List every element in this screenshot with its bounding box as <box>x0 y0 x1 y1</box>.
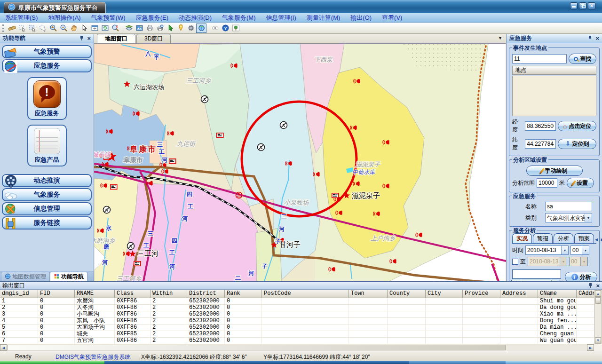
menu-map-operation[interactable]: 地图操作(A) <box>43 14 86 22</box>
table-row[interactable]: 20大冬沟0XFF8626523020000Da dong gou <box>0 305 594 311</box>
toolbar-globe-tool-icon[interactable] <box>196 24 206 33</box>
column-header[interactable]: Rank <box>225 290 262 298</box>
monitor-station-marker[interactable] <box>103 206 111 214</box>
toolbar-print-preview-icon[interactable] <box>155 24 165 33</box>
menu-view[interactable]: 查看(V) <box>377 14 407 22</box>
column-header[interactable]: Town <box>349 290 388 298</box>
map-tab-dropdown-icon[interactable]: ▼ <box>498 36 502 40</box>
location-list[interactable] <box>512 76 596 116</box>
menu-system-management[interactable]: 系统管理(S) <box>0 14 43 22</box>
tab-live[interactable]: 实况 <box>512 233 532 243</box>
column-header[interactable]: Within <box>150 290 187 298</box>
scroll-down-icon[interactable]: ▼ <box>595 337 601 343</box>
toolbar-place-pin-icon[interactable] <box>175 24 186 33</box>
toolbar-print-icon[interactable] <box>144 24 155 33</box>
nav-button-weather-service[interactable]: 气象服务 <box>2 188 92 201</box>
toolbar-measure-icon[interactable] <box>7 24 17 33</box>
date-to-select[interactable]: 2010-08-13▼ <box>528 257 567 266</box>
service-name-input[interactable] <box>545 202 592 211</box>
nav-button-weather-warning[interactable]: 气象预警 <box>2 45 92 58</box>
column-header[interactable]: CAddr <box>577 290 594 298</box>
output-table[interactable]: dmgis_idFIDRNAMEClassWithinDistrictRankP… <box>0 290 594 344</box>
toolbar-settings-gear-icon[interactable] <box>186 24 196 33</box>
warning-flag-marker[interactable] <box>111 185 117 190</box>
warning-flag-marker[interactable] <box>217 133 223 138</box>
menu-dynamic-deduction[interactable]: 动态推演(D) <box>174 14 217 22</box>
tab-plan[interactable]: 预案 <box>574 233 594 243</box>
close-icon[interactable]: × <box>595 36 599 41</box>
goto-location-button[interactable]: ⇩定位到 <box>558 139 596 149</box>
toolbar-pointer-icon[interactable] <box>79 24 89 33</box>
element-preview-box[interactable] <box>512 269 561 279</box>
menu-info-management[interactable]: 信息管理(I) <box>261 14 301 22</box>
click-locate-button[interactable]: ⌂点击定位 <box>558 121 596 131</box>
menu-emergency-service[interactable]: 应急服务(E) <box>131 14 174 22</box>
analyze-button[interactable]: i分析 <box>565 272 597 281</box>
date-select[interactable]: 2010-08-13▼ <box>525 245 569 255</box>
toolbar-eye-icon[interactable] <box>210 24 220 33</box>
range-set-button[interactable]: 设置 <box>567 178 594 188</box>
chevron-down-icon[interactable]: ▼ <box>561 246 568 254</box>
menu-measure-calc[interactable]: 测量计算(M) <box>301 14 346 22</box>
search-button[interactable]: 查找 <box>569 54 596 64</box>
menu-weather-warning[interactable]: 气象预警(W) <box>86 14 131 22</box>
tab-analysis[interactable]: 分析 <box>554 233 573 243</box>
map-canvas[interactable]: 六运湖农场三工河乡下西泉九运街阜康市阜康市城关镇滋泥泉子中葡水库小泉牧场滋泥泉子… <box>94 44 506 281</box>
monitor-station-marker[interactable] <box>201 96 208 103</box>
nav-button-dynamic-deduction[interactable]: 动态推演 <box>2 174 92 187</box>
pin-icon[interactable] <box>588 36 593 41</box>
table-row[interactable]: 70五官沟0XFF8626523020000Wu guan gou <box>0 338 594 344</box>
location-list-header[interactable]: 地点 <box>512 66 596 75</box>
toolbar-grip[interactable] <box>2 24 5 32</box>
to-checkbox[interactable] <box>512 259 518 265</box>
hour-to-select[interactable]: 00▼ <box>569 257 588 266</box>
toolbar-full-extent-icon[interactable] <box>89 24 100 33</box>
tab-3d-window[interactable]: 3D窗口 <box>136 34 171 43</box>
monitor-station-marker[interactable] <box>258 144 265 151</box>
toolbar-scene-tree-icon[interactable] <box>230 24 241 33</box>
column-header[interactable]: District <box>187 290 225 298</box>
tab-map-window[interactable]: 地图窗口 <box>97 34 135 43</box>
column-header[interactable]: FID <box>38 290 75 298</box>
toolbar-help-icon[interactable]: ? <box>220 24 230 33</box>
analysis-range-input[interactable] <box>537 178 557 188</box>
big-button-emergency-product-big[interactable]: 应急产品 <box>27 125 67 166</box>
warning-flag-marker[interactable] <box>169 159 176 164</box>
scroll-right-icon[interactable]: ▶ <box>587 344 594 351</box>
minimize-button[interactable] <box>570 2 578 9</box>
toolbar-identify-icon[interactable] <box>110 24 120 33</box>
tab-map-data-management[interactable]: 地图数据管理 <box>1 272 50 281</box>
scrollbar-thumb[interactable] <box>7 345 506 350</box>
location-search-input[interactable] <box>512 54 567 63</box>
warning-flag-marker[interactable] <box>332 193 339 198</box>
tab-scroll-arrows[interactable]: ◀ ▶ <box>595 237 602 243</box>
close-icon[interactable]: × <box>87 36 91 41</box>
manual-draw-button[interactable]: 手动绘制 <box>526 166 583 176</box>
monitor-station-marker[interactable] <box>127 243 135 250</box>
warning-flag-marker[interactable] <box>134 261 141 266</box>
toolbar-export-image-icon[interactable] <box>134 24 144 33</box>
column-header[interactable]: County <box>388 290 426 298</box>
column-header[interactable]: Class <box>115 290 150 298</box>
toolbar-layers-icon[interactable] <box>124 24 134 33</box>
menu-output[interactable]: 输出(O) <box>345 14 377 22</box>
table-row[interactable]: 30小马厩沟0XFF8626523020000Xiao ma ... <box>0 311 594 318</box>
chevron-down-icon[interactable]: ▼ <box>585 214 592 222</box>
toolbar-zoom-out-icon[interactable] <box>58 24 69 33</box>
table-row[interactable]: 50大面场子沟0XFF8626523020000Da mian ... <box>0 324 594 331</box>
close-button[interactable]: × <box>588 2 595 9</box>
column-header[interactable]: PostCode <box>262 290 349 298</box>
latitude-input[interactable] <box>525 139 556 149</box>
toolbar-refresh-view-icon[interactable] <box>100 24 110 33</box>
column-header[interactable]: City <box>426 290 463 298</box>
hour-select[interactable]: 00▼ <box>570 245 589 255</box>
chevron-down-icon[interactable]: ▼ <box>582 246 589 254</box>
menu-weather-service[interactable]: 气象服务(M) <box>217 14 261 22</box>
column-header[interactable]: CName <box>538 290 577 298</box>
column-header[interactable]: dmgis_id <box>0 290 38 298</box>
nav-button-emergency-service[interactable]: 应急服务 <box>2 59 92 72</box>
map-svg[interactable]: 六运湖农场三工河乡下西泉九运街阜康市阜康市城关镇滋泥泉子中葡水库小泉牧场滋泥泉子… <box>94 44 506 281</box>
close-icon[interactable]: × <box>596 283 600 289</box>
tab-function-nav[interactable]: 功能导航 <box>50 272 87 281</box>
pin-icon[interactable] <box>588 283 593 288</box>
